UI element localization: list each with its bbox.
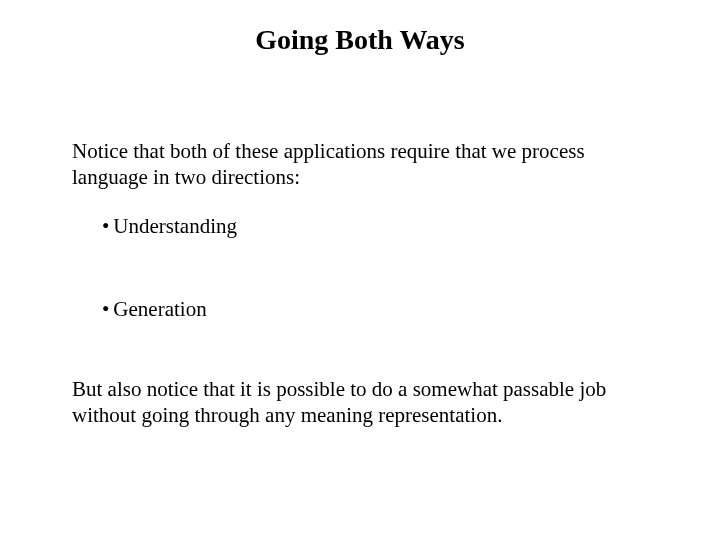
bullet-icon: • — [102, 214, 109, 239]
intro-paragraph: Notice that both of these applications r… — [72, 138, 648, 191]
slide: Going Both Ways Notice that both of thes… — [0, 0, 720, 540]
bullet-text: Understanding — [113, 214, 237, 238]
bullet-icon: • — [102, 297, 109, 322]
list-item: •Generation — [102, 297, 648, 322]
list-item: •Understanding — [102, 214, 648, 239]
closing-paragraph: But also notice that it is possible to d… — [72, 376, 648, 429]
bullet-text: Generation — [113, 297, 206, 321]
bullet-list: •Understanding •Generation — [102, 214, 648, 380]
slide-title: Going Both Ways — [0, 24, 720, 56]
